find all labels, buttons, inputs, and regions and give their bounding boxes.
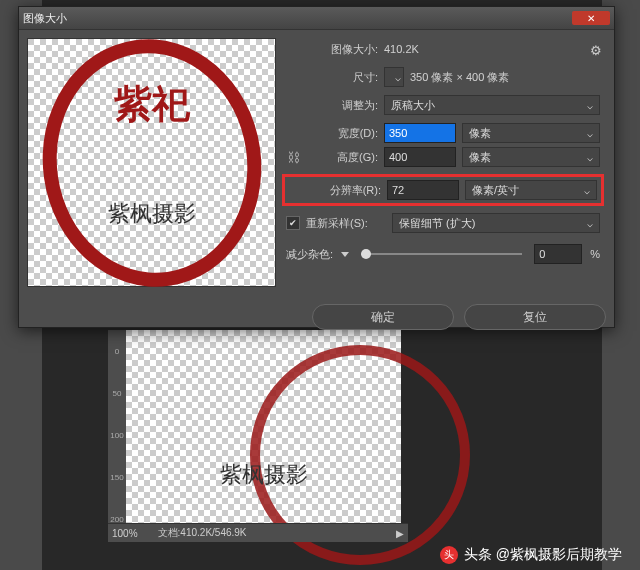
width-input[interactable] [384, 123, 456, 143]
zoom-level[interactable]: 100% [112, 528, 138, 539]
ok-button[interactable]: 确定 [312, 304, 454, 330]
resample-label: 重新采样(S): [306, 216, 386, 231]
triangle-icon [341, 252, 349, 257]
noise-label: 减少杂色: [286, 247, 333, 262]
fit-to-label: 调整为: [286, 98, 378, 113]
toutiao-icon: 头 [440, 546, 458, 564]
ruler-vertical: 0 50 100 150 200 [108, 330, 127, 540]
image-size-label: 图像大小: [286, 42, 378, 57]
status-bar: 100% 文档:410.2K/546.9K ▶ [108, 523, 408, 542]
preview-panel[interactable]: 紫祀 紫枫摄影 [27, 38, 276, 287]
resample-dropdown[interactable]: 保留细节 (扩大) [392, 213, 600, 233]
doc-size: 文档:410.2K/546.9K [158, 526, 247, 540]
preview-logo-text: 紫枫摄影 [108, 199, 196, 229]
resolution-label: 分辨率(R): [289, 183, 381, 198]
dialog-title: 图像大小 [23, 11, 67, 26]
gear-icon[interactable]: ⚙ [590, 43, 602, 58]
width-label: 宽度(D): [306, 126, 378, 141]
height-label: 高度(G): [306, 150, 378, 165]
image-size-value: 410.2K [384, 43, 419, 55]
link-icon[interactable]: ⛓ [286, 150, 300, 165]
noise-input[interactable] [534, 244, 582, 264]
height-unit-dropdown[interactable]: 像素 [462, 147, 600, 167]
document-canvas[interactable]: 紫枫摄影 [126, 330, 401, 530]
noise-unit: % [590, 248, 600, 260]
resolution-highlight: 分辨率(R): 像素/英寸 [282, 174, 604, 206]
noise-slider[interactable] [361, 253, 522, 255]
dimensions-label: 尺寸: [286, 70, 378, 85]
width-unit-dropdown[interactable]: 像素 [462, 123, 600, 143]
preview-logo-chars: 紫祀 [114, 79, 190, 130]
dimensions-menu[interactable] [384, 67, 404, 87]
dialog-titlebar[interactable]: 图像大小 ✕ [19, 7, 614, 30]
height-input[interactable] [384, 147, 456, 167]
cancel-button[interactable]: 复位 [464, 304, 606, 330]
image-size-dialog: 图像大小 ✕ 紫祀 紫枫摄影 ⚙ 图像大小: 410.2K 尺寸: 350 像素… [18, 6, 615, 328]
resolution-input[interactable] [387, 180, 459, 200]
resolution-unit-dropdown[interactable]: 像素/英寸 [465, 180, 597, 200]
dimensions-value: 350 像素 × 400 像素 [410, 70, 509, 85]
credit-watermark: 头 头条 @紫枫摄影后期教学 [440, 546, 622, 564]
canvas-logo-text: 紫枫摄影 [220, 460, 308, 490]
resample-checkbox[interactable]: ✔ [286, 216, 300, 230]
fit-to-dropdown[interactable]: 原稿大小 [384, 95, 600, 115]
close-button[interactable]: ✕ [572, 11, 610, 25]
